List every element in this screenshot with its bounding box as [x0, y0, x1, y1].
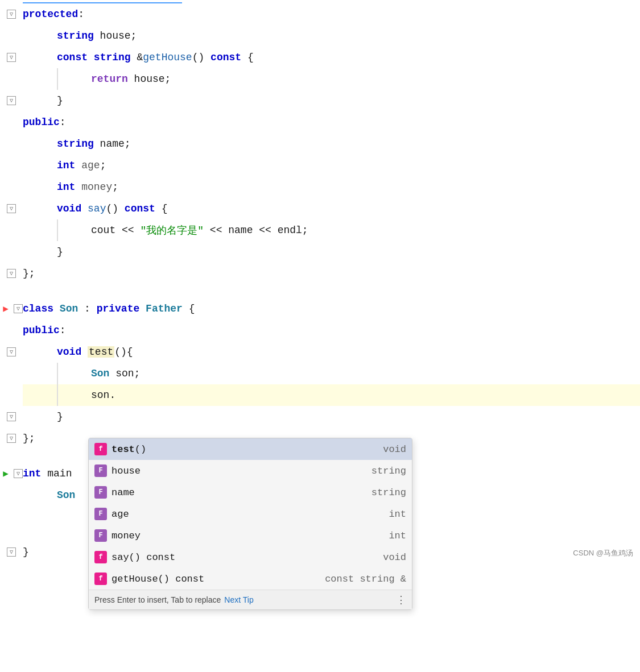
code-line: string name;	[23, 133, 640, 155]
code-line-active: son.	[23, 384, 640, 406]
fold-arrow[interactable]	[7, 347, 16, 356]
keyword: public	[23, 117, 60, 128]
block-indicator	[57, 219, 58, 241]
gutter	[0, 96, 23, 105]
gutter	[0, 347, 23, 356]
ac-icon-age: F	[94, 508, 107, 520]
keyword: int	[57, 160, 75, 171]
autocomplete-footer: Press Enter to insert, Tab to replace Ne…	[89, 590, 412, 609]
ac-label-test: test()	[112, 444, 377, 455]
editor-container: protected: string house; const string &g…	[0, 0, 640, 563]
gutter	[0, 53, 23, 62]
fold-arrow[interactable]	[14, 304, 23, 313]
ac-label-name: name	[112, 487, 366, 498]
csdn-watermark: CSDN @马鱼鸡汤	[573, 548, 633, 558]
ac-label-house: house	[112, 466, 366, 476]
keyword: string	[57, 138, 94, 150]
ac-label-say: say() const	[112, 552, 377, 563]
autocomplete-item-age[interactable]: F age int	[89, 503, 412, 525]
code-line: }	[23, 406, 640, 428]
code-line: public:	[23, 320, 640, 341]
code-line: void say() const {	[23, 198, 640, 219]
ac-label-gethouse: getHouse() const	[112, 574, 319, 584]
autocomplete-item-house[interactable]: F house string	[89, 460, 412, 482]
block-indicator	[57, 68, 58, 90]
exec-arrow: ▶	[3, 468, 9, 479]
class-name: Son	[60, 303, 78, 314]
code-line: int age;	[23, 155, 640, 176]
gutter	[0, 412, 23, 421]
gutter	[0, 204, 23, 213]
footer-text: Press Enter to insert, Tab to replace	[94, 595, 221, 604]
fold-arrow[interactable]	[7, 434, 16, 443]
autocomplete-item-money[interactable]: F money int	[89, 525, 412, 546]
ac-type-age: int	[389, 509, 406, 520]
keyword: void	[57, 346, 81, 358]
gutter	[0, 10, 23, 19]
keyword: const	[57, 52, 88, 63]
code-line: protected:	[23, 3, 640, 25]
gutter	[0, 269, 23, 278]
highlighted-fn: test	[88, 346, 114, 358]
ac-icon-name: F	[94, 486, 107, 499]
fold-arrow[interactable]	[7, 204, 16, 213]
ac-type-test: void	[383, 444, 406, 455]
ac-label-age: age	[112, 509, 383, 520]
autocomplete-item-name[interactable]: F name string	[89, 482, 412, 503]
block-indicator	[57, 384, 58, 406]
code-line: public:	[23, 111, 640, 133]
more-options-icon[interactable]: ⋮	[396, 594, 406, 606]
fold-arrow[interactable]	[7, 96, 16, 105]
keyword: void	[57, 203, 81, 214]
keyword: public	[23, 325, 60, 336]
gutter2	[7, 304, 30, 313]
fold-arrow[interactable]	[7, 10, 16, 19]
ac-icon-house: F	[94, 464, 107, 477]
keyword: int	[57, 181, 75, 193]
fold-arrow[interactable]	[7, 53, 16, 62]
code-line: }	[23, 90, 640, 111]
code-line: Son son;	[23, 363, 640, 384]
ac-icon-gethouse: f	[94, 573, 107, 585]
autocomplete-dropdown[interactable]: f test() void F house string F name stri…	[88, 438, 412, 610]
ac-label-money: money	[112, 530, 383, 541]
ac-type-gethouse: const string &	[325, 574, 406, 584]
fold-arrow[interactable]	[7, 412, 16, 421]
keyword: protected	[23, 9, 78, 20]
ac-type-name: string	[371, 487, 406, 498]
code-line: ▶ class Son : private Father {	[23, 298, 640, 320]
code-line: int money;	[23, 176, 640, 198]
gutter2: ▶	[0, 468, 17, 479]
code-line: };	[23, 263, 640, 284]
ac-icon-money: F	[94, 529, 107, 542]
autocomplete-item-test[interactable]: f test() void	[89, 438, 412, 460]
class-ref: Son	[57, 490, 75, 501]
ac-icon-test: f	[94, 443, 107, 455]
gutter	[0, 434, 23, 443]
gutter	[0, 547, 23, 557]
autocomplete-item-say[interactable]: f say() const void	[89, 546, 412, 568]
fold-arrow[interactable]	[7, 269, 16, 278]
code-line: cout << "我的名字是" << name << endl;	[23, 219, 640, 241]
ac-type-money: int	[389, 530, 406, 541]
code-line: }	[23, 241, 640, 263]
keyword: return	[91, 73, 128, 85]
code-line: void test(){	[23, 341, 640, 363]
ac-type-house: string	[371, 466, 406, 476]
code-line: string house;	[23, 25, 640, 47]
code-line: const string &getHouse() const {	[23, 47, 640, 68]
keyword: string	[57, 30, 94, 42]
code-line	[23, 284, 640, 298]
ac-type-say: void	[383, 552, 406, 563]
code-line: return house;	[23, 68, 640, 90]
fold-arrow[interactable]	[7, 547, 16, 557]
class-ref: Son	[91, 368, 109, 379]
block-indicator	[57, 363, 58, 384]
ac-icon-say: f	[94, 551, 107, 563]
autocomplete-item-gethouse[interactable]: f getHouse() const const string &	[89, 568, 412, 590]
next-tip-button[interactable]: Next Tip	[224, 595, 253, 604]
